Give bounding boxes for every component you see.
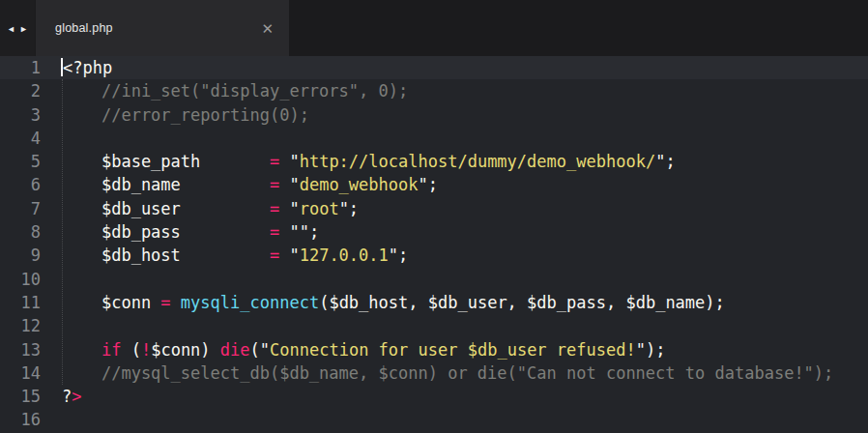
tab-bar: ◄ ► global.php ✕	[0, 0, 868, 56]
code-line[interactable]: 15?>	[0, 385, 868, 408]
code-segment: "	[279, 199, 299, 218]
line-number: 4	[0, 127, 41, 150]
code-text	[41, 314, 868, 337]
code-segment: =	[270, 175, 279, 194]
code-segment: ");	[636, 340, 666, 360]
code-line[interactable]: 2 //ini_set("display_errors", 0);	[0, 79, 868, 102]
code-segment: "	[279, 245, 299, 265]
scroll-tabs-left-icon[interactable]: ◄	[7, 25, 15, 34]
code-line[interactable]: 1<?php	[0, 56, 868, 79]
code-segment: http://localhost/dummy/demo_webhook/	[300, 152, 655, 171]
line-number: 7	[0, 197, 41, 220]
code-segment: ($db_host, $db_user, $db_pass, $db_name)…	[319, 293, 725, 312]
line-number: 9	[0, 244, 41, 267]
code-line[interactable]: 8 $db_pass = "";	[0, 220, 868, 244]
code-text: if (!$conn) die("Connection for user $db…	[41, 338, 868, 361]
code-segment: =	[160, 293, 170, 312]
code-text: <?php	[41, 56, 868, 79]
code-segment: "	[279, 175, 299, 194]
code-line[interactable]: 9 $db_host = "127.0.0.1";	[0, 244, 868, 267]
close-tab-icon[interactable]: ✕	[261, 21, 274, 36]
line-number: 10	[0, 268, 41, 291]
tab-label: global.php	[55, 21, 113, 35]
line-number: 1	[0, 56, 41, 79]
line-number: 8	[0, 220, 41, 244]
code-line[interactable]: 14 //mysql_select_db($db_name, $conn) or…	[0, 361, 868, 385]
code-segment: >	[72, 387, 81, 406]
tab-scroll-arrows: ◄ ►	[0, 0, 35, 56]
code-line[interactable]: 7 $db_user = "root";	[0, 197, 868, 220]
code-segment: =	[270, 245, 279, 265]
line-number: 5	[0, 150, 41, 173]
code-segment: root	[300, 199, 339, 218]
line-number: 14	[0, 361, 41, 385]
code-line[interactable]: 6 $db_name = "demo_webhook";	[0, 173, 868, 196]
code-segment: $db_user	[62, 199, 270, 218]
code-line[interactable]: 4	[0, 127, 868, 150]
scroll-tabs-right-icon[interactable]: ►	[19, 25, 28, 34]
code-line[interactable]: 3 //error_reporting(0);	[0, 103, 868, 127]
code-segment	[171, 293, 181, 312]
code-text: $db_user = "root";	[41, 197, 868, 220]
code-segment: //mysql_select_db($db_name, $conn) or di…	[62, 363, 833, 383]
code-text: //ini_set("display_errors", 0);	[41, 79, 868, 102]
tab-global-php[interactable]: global.php ✕	[36, 0, 289, 56]
code-segment: mysqli_connect	[181, 293, 319, 312]
code-segment: $db_name	[62, 175, 270, 194]
line-number: 2	[0, 79, 41, 102]
code-segment: ";	[389, 245, 408, 265]
line-number: 16	[0, 408, 41, 431]
code-segment: =	[270, 152, 279, 171]
code-text: $conn = mysqli_connect($db_host, $db_use…	[41, 291, 868, 314]
code-line[interactable]: 10	[0, 268, 868, 291]
code-segment: $base_path	[62, 152, 270, 171]
indent-guide	[62, 79, 63, 385]
code-segment: Connection for user $db_user refused!	[270, 340, 636, 360]
code-line[interactable]: 12	[0, 314, 868, 337]
line-number: 12	[0, 314, 41, 337]
code-line[interactable]: 13 if (!$conn) die("Connection for user …	[0, 338, 868, 361]
code-segment: ";	[419, 175, 438, 194]
code-text: $db_pass = "";	[41, 220, 868, 244]
code-segment: $db_pass	[62, 222, 270, 242]
code-text: $db_host = "127.0.0.1";	[41, 244, 868, 267]
code-text	[41, 268, 868, 291]
code-segment: ";	[655, 152, 675, 171]
line-number: 11	[0, 291, 41, 314]
line-number: 15	[0, 385, 41, 408]
code-text	[41, 408, 868, 431]
code-segment: ";	[339, 199, 359, 218]
code-segment	[62, 340, 101, 360]
line-number: 13	[0, 338, 41, 361]
code-lines: 1<?php2 //ini_set("display_errors", 0);3…	[0, 56, 868, 432]
code-line[interactable]: 11 $conn = mysqli_connect($db_host, $db_…	[0, 291, 868, 314]
code-text: //error_reporting(0);	[41, 103, 868, 127]
code-segment: <?php	[63, 58, 112, 77]
code-segment: "	[279, 152, 299, 171]
code-text	[41, 127, 868, 150]
code-segment: ("	[250, 340, 270, 360]
code-segment: //error_reporting(0);	[62, 105, 309, 125]
code-text: $base_path = "http://localhost/dummy/dem…	[41, 150, 868, 173]
code-segment: $conn	[62, 293, 160, 312]
code-line[interactable]: 5 $base_path = "http://localhost/dummy/d…	[0, 150, 868, 173]
code-segment: die	[220, 340, 250, 360]
code-text: ?>	[41, 385, 868, 408]
code-segment: demo_webhook	[300, 175, 419, 194]
editor-window: ◄ ► global.php ✕ 1<?php2 //ini_set("disp…	[0, 0, 868, 433]
line-number: 6	[0, 173, 41, 196]
code-line[interactable]: 16	[0, 408, 868, 431]
code-segment: =	[270, 222, 279, 242]
code-segment: 127.0.0.1	[300, 245, 389, 265]
code-segment: $conn)	[151, 340, 220, 360]
code-segment: =	[270, 199, 279, 218]
code-segment: if	[101, 340, 121, 360]
code-segment: (	[121, 340, 140, 360]
code-segment: ?	[62, 387, 72, 406]
code-segment: !	[141, 340, 151, 360]
code-segment: //ini_set("display_errors", 0);	[62, 81, 408, 101]
code-text: $db_name = "demo_webhook";	[41, 173, 868, 196]
code-segment: "";	[279, 222, 319, 242]
code-editor[interactable]: 1<?php2 //ini_set("display_errors", 0);3…	[0, 56, 868, 433]
line-number: 3	[0, 103, 41, 127]
